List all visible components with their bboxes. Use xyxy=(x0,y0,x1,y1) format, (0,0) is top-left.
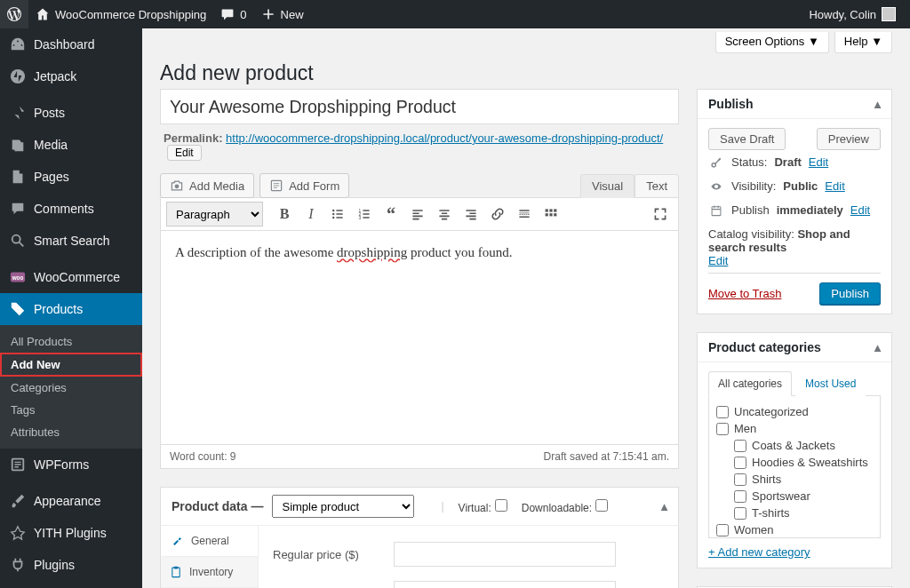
howdy-text: Howdy, Colin xyxy=(809,8,876,21)
wp-logo[interactable] xyxy=(0,0,28,28)
new-content-link[interactable]: New xyxy=(254,0,311,28)
avatar xyxy=(882,7,896,21)
home-icon xyxy=(36,7,50,21)
site-title: WooCommerce Dropshipping xyxy=(55,8,206,21)
comments-count: 0 xyxy=(240,8,246,21)
site-title-link[interactable]: WooCommerce Dropshipping xyxy=(28,0,213,28)
wordpress-icon xyxy=(7,7,21,21)
comment-icon xyxy=(220,7,235,21)
admin-bar: WooCommerce Dropshipping 0 New Howdy, Co… xyxy=(0,0,910,28)
howdy-link[interactable]: Howdy, Colin xyxy=(802,0,903,28)
new-label: New xyxy=(281,8,304,21)
plus-icon xyxy=(261,7,275,21)
comments-link[interactable]: 0 xyxy=(213,0,253,28)
